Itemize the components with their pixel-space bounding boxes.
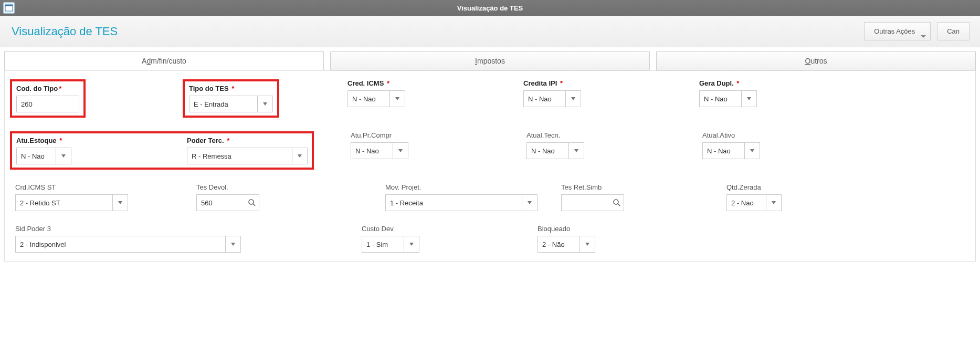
field-credita-ipi: Credita IPI * N - Nao [523, 79, 581, 118]
credita-ipi-combo[interactable]: N - Nao [523, 90, 581, 107]
app-icon [3, 2, 15, 14]
form-row-1: Cod. do Tipo* Tipo do TES * E - Entrada … [10, 79, 970, 118]
label-qtd-zerada: Qtd.Zerada [726, 183, 782, 191]
mov-projet-combo[interactable]: 1 - Receita [385, 194, 538, 211]
label-atu-pr-compr: Atu.Pr.Compr [351, 131, 408, 139]
svg-marker-4 [571, 97, 575, 100]
chevron-down-icon[interactable] [56, 148, 71, 164]
tab-bar: Adm/fin/custo Impostos Outros [0, 47, 980, 70]
custo-dev-combo[interactable]: 1 - Sim [362, 236, 419, 253]
form-row-2: Atu.Estoque * N - Nao Poder Terc. * R - … [10, 131, 970, 170]
svg-marker-6 [61, 154, 66, 158]
atual-ativo-combo[interactable]: N - Nao [702, 142, 760, 159]
chevron-down-icon[interactable] [112, 194, 128, 211]
atu-pr-compr-combo[interactable]: N - Nao [351, 142, 408, 159]
sld-poder3-combo[interactable]: 2 - Indisponivel [15, 236, 241, 253]
field-atual-ativo: Atual.Ativo N - Nao [702, 131, 760, 170]
chevron-down-icon[interactable] [741, 90, 757, 107]
chevron-down-icon[interactable] [393, 142, 408, 159]
window-title: Visualização de TES [457, 4, 523, 12]
label-tes-devol: Tes Devol. [196, 183, 259, 191]
chevron-down-icon[interactable] [522, 194, 538, 211]
label-sld-poder3: Sld.Poder 3 [15, 225, 241, 233]
atu-estoque-combo[interactable]: N - Nao [16, 148, 71, 164]
label-atu-estoque: Atu.Estoque * [16, 137, 71, 144]
label-atual-tecn: Atual.Tecn. [526, 131, 584, 139]
chevron-down-icon[interactable] [744, 142, 760, 159]
cancel-label: Can [947, 27, 960, 35]
field-atu-estoque: Atu.Estoque * N - Nao [16, 137, 71, 164]
label-bloqueado: Bloqueado [538, 225, 595, 233]
form-panel: Cod. do Tipo* Tipo do TES * E - Entrada … [4, 70, 976, 262]
label-tipo-tes: Tipo do TES * [189, 85, 273, 92]
chevron-down-icon[interactable] [292, 148, 308, 164]
field-tes-ret-simb: Tes Ret.Simb [561, 183, 624, 211]
field-crd-icms-st: Crd.ICMS ST 2 - Retido ST [15, 183, 128, 211]
form-row-4: Sld.Poder 3 2 - Indisponivel Custo Dev. … [10, 225, 970, 253]
other-actions-button[interactable]: Outras Ações [864, 22, 931, 40]
tab-outros[interactable]: Outros [656, 51, 976, 70]
search-icon[interactable] [613, 199, 621, 207]
window-titlebar: Visualização de TES [0, 0, 980, 16]
search-icon[interactable] [248, 199, 256, 207]
chevron-down-icon[interactable] [225, 236, 241, 253]
label-gera-dupl: Gera Dupl. * [699, 79, 757, 87]
chevron-down-icon[interactable] [257, 96, 273, 112]
tipo-tes-combo[interactable]: E - Entrada [189, 96, 273, 112]
svg-rect-1 [5, 5, 13, 6]
label-mov-projet: Mov. Projet. [385, 183, 538, 191]
other-actions-label: Outras Ações [874, 27, 915, 35]
field-bloqueado: Bloqueado 2 - Não [538, 225, 595, 253]
cod-tipo-input[interactable] [16, 96, 79, 112]
tes-ret-simb-lookup[interactable] [561, 194, 624, 211]
field-tes-devol: Tes Devol. [196, 183, 259, 211]
highlight-cod-tipo: Cod. do Tipo* [10, 79, 86, 118]
svg-marker-9 [574, 149, 578, 152]
label-tes-ret-simb: Tes Ret.Simb [561, 183, 624, 191]
svg-point-12 [249, 200, 254, 204]
highlight-tipo-tes: Tipo do TES * E - Entrada [183, 79, 279, 118]
field-qtd-zerada: Qtd.Zerada 2 - Nao [726, 183, 782, 211]
page-title: Visualização de TES [12, 25, 118, 38]
svg-marker-14 [528, 201, 532, 204]
svg-marker-10 [750, 149, 754, 152]
svg-point-15 [614, 200, 618, 204]
label-crd-icms-st: Crd.ICMS ST [15, 183, 128, 191]
field-atu-pr-compr: Atu.Pr.Compr N - Nao [351, 131, 408, 170]
svg-marker-3 [395, 97, 399, 100]
tab-impostos[interactable]: Impostos [330, 51, 650, 70]
svg-marker-5 [747, 97, 751, 100]
page-header: Visualização de TES Outras Ações Can [0, 16, 980, 47]
chevron-down-icon[interactable] [766, 194, 782, 211]
poder-terc-combo[interactable]: R - Remessa [187, 148, 308, 164]
highlight-atu-poder: Atu.Estoque * N - Nao Poder Terc. * R - … [10, 131, 314, 170]
svg-marker-20 [585, 243, 589, 246]
label-poder-terc: Poder Terc. * [187, 137, 308, 144]
chevron-down-icon[interactable] [568, 142, 584, 159]
bloqueado-combo[interactable]: 2 - Não [538, 236, 595, 253]
svg-marker-18 [231, 243, 235, 246]
label-custo-dev: Custo Dev. [362, 225, 419, 233]
qtd-zerada-combo[interactable]: 2 - Nao [726, 194, 782, 211]
chevron-down-icon[interactable] [579, 236, 595, 253]
tes-devol-lookup[interactable] [196, 194, 259, 211]
chevron-down-icon[interactable] [389, 90, 405, 107]
cancel-button[interactable]: Can [937, 22, 970, 40]
field-poder-terc: Poder Terc. * R - Remessa [187, 137, 308, 164]
label-credita-ipi: Credita IPI * [523, 79, 581, 87]
chevron-down-icon[interactable] [404, 236, 419, 253]
tab-adm-fin-custo[interactable]: Adm/fin/custo [4, 51, 324, 70]
field-cred-icms: Cred. ICMS * N - Nao [347, 79, 405, 118]
field-gera-dupl: Gera Dupl. * N - Nao [699, 79, 757, 118]
label-cod-tipo: Cod. do Tipo* [16, 85, 79, 92]
crd-icms-st-combo[interactable]: 2 - Retido ST [15, 194, 128, 211]
svg-marker-17 [772, 201, 776, 204]
svg-marker-2 [263, 102, 267, 106]
chevron-down-icon[interactable] [565, 90, 581, 107]
cred-icms-combo[interactable]: N - Nao [347, 90, 405, 107]
field-tipo-tes: Tipo do TES * E - Entrada [189, 85, 273, 112]
label-atual-ativo: Atual.Ativo [702, 131, 760, 139]
atual-tecn-combo[interactable]: N - Nao [526, 142, 584, 159]
gera-dupl-combo[interactable]: N - Nao [699, 90, 757, 107]
svg-marker-8 [398, 149, 403, 152]
